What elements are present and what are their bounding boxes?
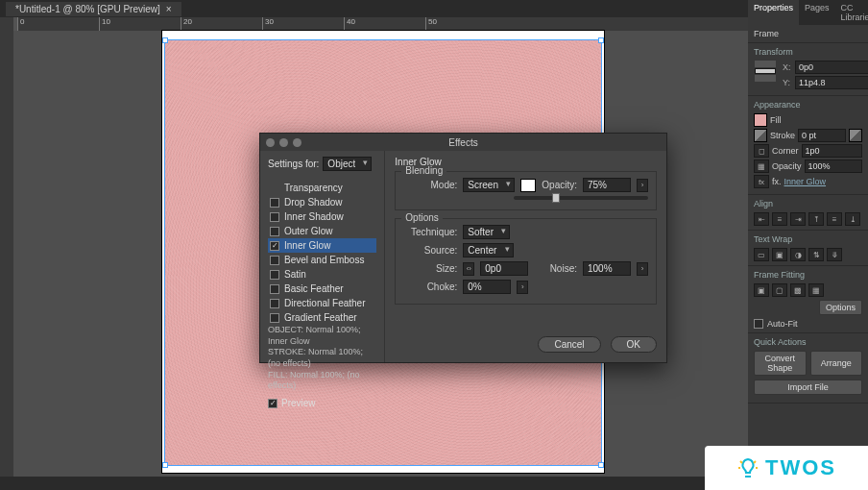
noise-label: Noise: (550, 263, 577, 274)
ruler-horizontal[interactable]: 0 10 20 30 40 50 (17, 17, 748, 31)
fit-prop-icon[interactable]: ▦ (808, 283, 824, 297)
mode-label: Mode: (403, 180, 457, 190)
effect-item-label: Bevel and Emboss (284, 255, 364, 265)
slider-thumb[interactable] (552, 193, 560, 203)
x-field[interactable] (795, 61, 868, 74)
corner-icon[interactable]: ◻ (754, 144, 769, 158)
tab-cc-libraries[interactable]: CC Libraries (835, 0, 868, 25)
x-label: X: (783, 62, 792, 72)
cancel-button[interactable]: Cancel (538, 336, 600, 353)
frame-options-button[interactable]: Options (819, 300, 862, 315)
effect-item-gradient-feather[interactable]: Gradient Feather (268, 310, 376, 325)
fill-swatch[interactable] (754, 113, 767, 127)
align-bottom-icon[interactable]: ⤓ (845, 212, 860, 226)
ok-button[interactable]: OK (611, 336, 657, 353)
effect-item-satin[interactable]: Satin (268, 267, 376, 282)
align-right-icon[interactable]: ⇥ (790, 212, 806, 226)
ruler-vertical[interactable] (0, 17, 13, 477)
opacity-label: Opacity (772, 161, 802, 171)
source-select[interactable]: Center (463, 243, 514, 257)
align-hcenter-icon[interactable]: ≡ (772, 212, 787, 226)
opacity-icon[interactable]: ▦ (754, 159, 769, 173)
opacity-field[interactable] (583, 178, 631, 192)
tab-properties[interactable]: Properties (748, 0, 799, 25)
effects-list: TransparencyDrop ShadowInner ShadowOuter… (268, 181, 376, 325)
watermark-text: TWOS (765, 455, 836, 480)
size-field[interactable] (480, 261, 528, 276)
reference-point-grid[interactable] (754, 61, 775, 82)
effect-checkbox[interactable] (270, 256, 279, 265)
autofit-checkbox[interactable] (754, 319, 763, 329)
wrap-bbox-icon[interactable]: ▣ (772, 248, 787, 261)
preview-checkbox[interactable]: ✓ (268, 399, 277, 408)
effect-checkbox[interactable] (270, 198, 279, 208)
wrap-shape-icon[interactable]: ◑ (790, 248, 806, 261)
technique-select[interactable]: Softer (463, 225, 510, 239)
settings-for-select[interactable]: Object (323, 157, 372, 171)
import-file-button[interactable]: Import File (754, 380, 862, 395)
stepper-icon[interactable]: › (637, 179, 648, 192)
mode-select[interactable]: Screen (463, 178, 515, 192)
wrap-jump-icon[interactable]: ⇅ (808, 248, 824, 261)
stroke-weight-field[interactable] (798, 129, 846, 142)
stroke-swatch[interactable] (754, 129, 767, 142)
dialog-titlebar[interactable]: Effects (260, 134, 666, 151)
effect-checkbox[interactable] (270, 313, 279, 323)
effect-item-basic-feather[interactable]: Basic Feather (268, 282, 376, 296)
resize-handle[interactable] (162, 462, 168, 468)
effect-item-inner-glow[interactable]: Inner Glow (268, 238, 376, 253)
settings-for-label: Settings for: (268, 159, 319, 169)
noise-field[interactable] (583, 261, 631, 276)
tab-pages[interactable]: Pages (799, 0, 835, 25)
close-icon[interactable]: × (166, 4, 172, 14)
resize-handle[interactable] (598, 462, 604, 468)
summary-line: OBJECT: Normal 100%; Inner Glow (268, 325, 376, 347)
effect-item-transparency[interactable]: Transparency (268, 181, 376, 195)
align-vcenter-icon[interactable]: ≡ (827, 212, 842, 226)
effect-checkbox[interactable] (270, 241, 279, 251)
resize-handle[interactable] (598, 37, 604, 43)
corner-field[interactable] (802, 144, 862, 158)
size-label: Size: (403, 263, 457, 274)
fit-frame-icon[interactable]: ▢ (772, 283, 787, 297)
effect-checkbox[interactable] (270, 299, 279, 308)
fx-link[interactable]: Inner Glow (784, 177, 827, 186)
align-left-icon[interactable]: ⇤ (754, 212, 769, 226)
wrap-none-icon[interactable]: ▭ (754, 248, 769, 261)
fit-fill-icon[interactable]: ▩ (790, 283, 806, 297)
stepper-icon[interactable]: › (517, 281, 528, 294)
effect-checkbox[interactable] (270, 284, 279, 294)
document-tab[interactable]: *Untitled-1 @ 80% [GPU Preview] × (6, 2, 181, 16)
blending-group: Blending Mode: Screen Opacity: › (395, 171, 657, 210)
fx-icon[interactable]: fx (754, 175, 769, 188)
effect-item-label: Gradient Feather (284, 312, 357, 323)
section-title: Quick Actions (754, 337, 862, 347)
text-wrap-section: Text Wrap ▭ ▣ ◑ ⇅ ⤋ (748, 231, 868, 266)
arrange-button[interactable]: Arrange (810, 351, 863, 376)
glow-color-swatch[interactable] (520, 179, 536, 192)
effect-item-outer-glow[interactable]: Outer Glow (268, 224, 376, 238)
resize-handle[interactable] (162, 37, 168, 43)
opacity-slider[interactable] (514, 196, 648, 200)
effect-checkbox[interactable] (270, 212, 279, 222)
opacity-field[interactable] (805, 159, 862, 173)
y-field[interactable] (795, 76, 868, 89)
effect-item-bevel-and-emboss[interactable]: Bevel and Emboss (268, 253, 376, 267)
effect-checkbox[interactable] (270, 270, 279, 280)
fit-content-icon[interactable]: ▣ (754, 283, 769, 297)
wrap-jumpcol-icon[interactable]: ⤋ (827, 248, 842, 261)
group-label: Blending (401, 165, 446, 176)
stroke-label: Stroke (770, 131, 795, 140)
stroke-style-swatch[interactable] (849, 129, 862, 142)
convert-shape-button[interactable]: Convert Shape (754, 351, 807, 376)
effect-item-directional-feather[interactable]: Directional Feather (268, 296, 376, 310)
choke-field[interactable] (463, 280, 511, 294)
stepper-icon[interactable]: ‹› (463, 262, 474, 276)
effect-item-drop-shadow[interactable]: Drop Shadow (268, 195, 376, 209)
technique-label: Technique: (403, 227, 457, 237)
align-top-icon[interactable]: ⤒ (808, 212, 824, 226)
stepper-icon[interactable]: › (637, 262, 648, 276)
effect-checkbox[interactable] (270, 227, 279, 236)
effect-item-label: Transparency (284, 183, 343, 193)
effect-item-inner-shadow[interactable]: Inner Shadow (268, 209, 376, 224)
